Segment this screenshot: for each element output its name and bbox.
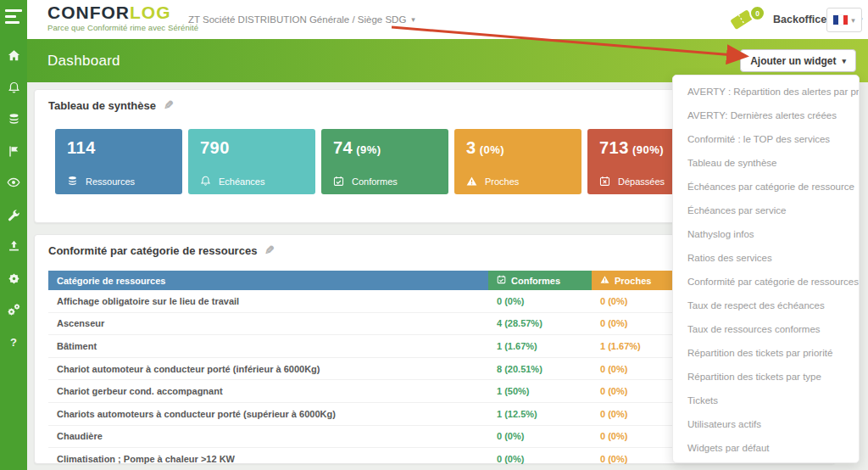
logo-tagline: Parce que Conformité rime avec Sérénité	[47, 24, 198, 32]
sidebar-item-alerts[interactable]	[0, 81, 27, 94]
bell-icon	[8, 81, 20, 94]
widget-menu-item[interactable]: Ratios des services	[673, 246, 859, 270]
stat-label: Dépassées	[618, 176, 665, 187]
stat-cards: 114 Ressources 790 Echéances 74(9%) Conf…	[55, 129, 715, 194]
cell-category: Affichage obligatoire sur le lieu de tra…	[48, 296, 488, 306]
header: CONFORLOG Parce que Conformité rime avec…	[27, 0, 868, 39]
widget-menu-item[interactable]: Taux de respect des échéances	[673, 294, 859, 317]
sidebar-item-help[interactable]: ?	[0, 335, 27, 349]
caret-down-icon: ▾	[851, 16, 855, 25]
widget-menu-item[interactable]: Tickets	[673, 389, 859, 412]
gear-icon	[8, 272, 20, 285]
sidebar-item-tools[interactable]	[0, 208, 27, 221]
widget-menu-item[interactable]: Échéances par catégorie de ressource	[673, 175, 859, 199]
stat-value: 713	[599, 138, 629, 157]
cell-category: Ascenseur	[48, 318, 488, 328]
sidebar: ?	[0, 0, 27, 470]
cell-conformes: 1 (12.5%)	[488, 409, 592, 419]
cell-conformes: 0 (0%)	[488, 431, 592, 441]
gears-icon	[7, 303, 20, 316]
language-selector[interactable]: ▾	[826, 8, 862, 32]
sidebar-item-import[interactable]	[0, 239, 27, 253]
column-label: Conformes	[511, 276, 560, 286]
logo-secondary: LOG	[130, 3, 171, 22]
edit-pencil-icon[interactable]: ✎	[164, 98, 174, 112]
widget-menu: AVERTY : Répartition des alertes par pri…	[672, 75, 860, 463]
tickets-button[interactable]: 0	[727, 5, 766, 36]
column-category: Catégorie de ressources	[48, 271, 488, 290]
widget-menu-item[interactable]: Taux de ressources conformes	[673, 317, 859, 341]
widget-menu-item[interactable]: Conformité par catégorie de ressources	[673, 270, 859, 294]
cell-conformes: 8 (20.51%)	[488, 364, 592, 374]
cell-category: Chariots automoteurs à conducteur porté …	[48, 409, 488, 419]
widget-menu-item[interactable]: Utilisateurs actifs	[673, 412, 859, 436]
flag-icon	[8, 145, 20, 158]
warning-icon	[466, 176, 477, 187]
stat-value: 790	[200, 138, 230, 157]
french-flag-icon	[833, 15, 848, 25]
sidebar-item-settings[interactable]	[0, 271, 27, 285]
widget-menu-item[interactable]: Widgets par défaut	[673, 436, 859, 460]
synthese-title: Tableau de synthèse	[48, 99, 156, 112]
column-label: Catégorie de ressources	[57, 276, 165, 286]
tickets-count-badge: 0	[749, 5, 765, 21]
bell-icon	[200, 176, 211, 187]
stat-label: Conformes	[352, 176, 398, 187]
stat-suffix: (0%)	[480, 143, 504, 156]
column-label: Proches	[615, 276, 651, 286]
ticket-icon	[727, 22, 761, 36]
widget-menu-item[interactable]: AVERTY : Répartition des alertes par pri…	[673, 80, 859, 104]
help-icon: ?	[10, 336, 17, 349]
column-conformes: Conformes	[488, 271, 592, 290]
widget-menu-item[interactable]: Conformité : le TOP des services	[673, 127, 859, 151]
eye-icon	[7, 176, 20, 189]
logo-primary: CONFOR	[47, 3, 130, 22]
widget-menu-item[interactable]: Tableau de synthèse	[673, 151, 859, 175]
organization-selector[interactable]: ZT Société DISTRIBUTION Générale / Siège…	[188, 0, 415, 39]
stat-card-echeances: 790 Echéances	[188, 129, 315, 194]
upload-icon	[8, 240, 20, 253]
menu-hamburger-icon[interactable]	[5, 9, 22, 27]
stat-card-proches: 3(0%) Proches	[454, 129, 581, 194]
sidebar-item-resources[interactable]	[0, 112, 27, 126]
cell-category: Chariot automoteur à conducteur porté (i…	[48, 364, 488, 374]
cell-conformes: 1 (1.67%)	[488, 341, 592, 351]
caret-down-icon: ▾	[411, 15, 415, 24]
widget-menu-item[interactable]: AVERTY: Dernières alertes créées	[673, 104, 859, 127]
stat-card-ressources: 114 Ressources	[55, 129, 182, 194]
widget-menu-item[interactable]: Répartition des tickets par type	[673, 365, 859, 389]
database-icon	[67, 176, 78, 187]
cell-category: Chaudière	[48, 431, 488, 441]
sidebar-item-home[interactable]	[0, 48, 27, 62]
cell-conformes: 0 (0%)	[488, 296, 592, 306]
sidebar-item-admin[interactable]	[0, 303, 27, 316]
database-icon	[8, 113, 20, 126]
wrench-icon	[8, 209, 20, 221]
calendar-x-icon	[599, 176, 610, 187]
home-icon	[8, 49, 20, 62]
stat-label: Echéances	[219, 176, 264, 187]
cell-category: Bâtiment	[48, 341, 488, 351]
calendar-check-icon	[333, 176, 344, 187]
add-widget-label: Ajouter un widget	[750, 55, 836, 67]
widget-menu-item[interactable]: Répartition des tickets par priorité	[673, 341, 859, 365]
edit-pencil-icon[interactable]: ✎	[264, 243, 275, 257]
calendar-check-icon	[497, 275, 506, 286]
stat-suffix: (9%)	[356, 143, 381, 156]
sidebar-item-watch[interactable]	[0, 176, 27, 189]
sidebar-item-flags[interactable]	[0, 144, 27, 158]
stat-label: Proches	[485, 176, 519, 187]
cell-category: Climatisation ; Pompe à chaleur >12 KW	[48, 454, 488, 464]
widget-menu-item[interactable]: Échéances par service	[673, 199, 859, 222]
cell-category: Chariot gerbeur cond. accompagnant	[48, 386, 488, 396]
stat-suffix: (90%)	[632, 143, 664, 156]
app-logo: CONFORLOG Parce que Conformité rime avec…	[47, 3, 198, 32]
organization-label: ZT Société DISTRIBUTION Générale / Siège…	[188, 14, 406, 25]
stat-value: 114	[67, 138, 96, 157]
widget-menu-item[interactable]: Nathyslog infos	[673, 222, 859, 246]
cell-conformes: 0 (0%)	[488, 454, 592, 464]
warning-icon	[600, 275, 609, 286]
add-widget-button[interactable]: Ajouter un widget ▾	[740, 49, 856, 72]
stat-value: 74	[333, 138, 353, 157]
caret-down-icon: ▾	[842, 57, 846, 65]
